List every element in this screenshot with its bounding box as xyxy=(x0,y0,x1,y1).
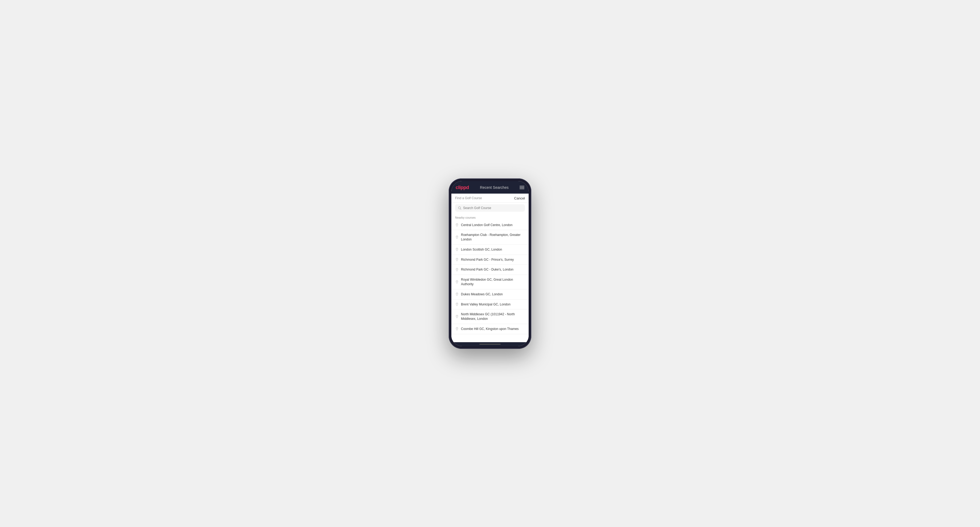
svg-point-6 xyxy=(457,269,457,269)
course-name: Richmond Park GC - Prince's, Surrey xyxy=(461,257,514,262)
app-header: clippd Recent Searches xyxy=(451,181,529,194)
list-item[interactable]: Central London Golf Centre, London xyxy=(451,220,529,230)
nearby-section: Nearby courses Central London Golf Centr… xyxy=(451,214,529,342)
svg-line-1 xyxy=(460,208,461,209)
svg-point-0 xyxy=(458,206,460,209)
location-pin-icon xyxy=(455,258,459,262)
search-bar-container xyxy=(451,203,529,214)
home-bar xyxy=(479,344,501,344)
find-label: Find a Golf Course xyxy=(455,196,482,200)
search-input[interactable] xyxy=(463,206,522,210)
location-pin-icon xyxy=(455,292,459,296)
course-name: Roehampton Club - Roehampton, Greater Lo… xyxy=(461,233,525,242)
list-item[interactable]: Royal Wimbledon GC, Great London Authori… xyxy=(451,275,529,289)
location-pin-icon xyxy=(455,235,459,239)
svg-point-3 xyxy=(457,237,457,237)
list-item[interactable]: London Scottish GC, London xyxy=(451,245,529,255)
location-pin-icon xyxy=(455,248,459,251)
course-name: Brent Valley Municipal GC, London xyxy=(461,302,511,307)
search-icon xyxy=(458,206,461,210)
course-name: North Middlesex GC (1011942 - North Midd… xyxy=(461,312,525,321)
find-header: Find a Golf Course Cancel xyxy=(451,194,529,203)
location-pin-icon xyxy=(455,327,459,331)
svg-point-2 xyxy=(457,224,457,224)
svg-point-10 xyxy=(457,316,457,316)
course-name: Royal Wimbledon GC, Great London Authori… xyxy=(461,278,525,287)
course-list: Central London Golf Centre, LondonRoeham… xyxy=(451,220,529,334)
location-pin-icon xyxy=(455,268,459,271)
svg-point-8 xyxy=(457,294,457,294)
svg-point-7 xyxy=(457,281,457,282)
svg-point-11 xyxy=(457,328,457,329)
list-item[interactable]: Dukes Meadows GC, London xyxy=(451,289,529,300)
location-pin-icon xyxy=(455,223,459,227)
list-item[interactable]: Brent Valley Municipal GC, London xyxy=(451,300,529,310)
location-pin-icon xyxy=(455,280,459,284)
phone-device: clippd Recent Searches Find a Golf Cours… xyxy=(449,178,531,349)
list-item[interactable]: Roehampton Club - Roehampton, Greater Lo… xyxy=(451,230,529,245)
nearby-label: Nearby courses xyxy=(451,214,529,220)
course-name: Coombe Hill GC, Kingston upon Thames xyxy=(461,327,519,331)
cancel-button[interactable]: Cancel xyxy=(514,196,525,200)
app-logo: clippd xyxy=(456,185,469,190)
location-pin-icon xyxy=(455,303,459,306)
svg-point-9 xyxy=(457,303,457,304)
svg-point-5 xyxy=(457,259,457,259)
hamburger-icon[interactable] xyxy=(520,186,524,189)
course-name: Richmond Park GC - Duke's, London xyxy=(461,267,514,272)
svg-point-4 xyxy=(457,249,457,249)
list-item[interactable]: Richmond Park GC - Duke's, London xyxy=(451,265,529,275)
list-item[interactable]: Richmond Park GC - Prince's, Surrey xyxy=(451,255,529,265)
list-item[interactable]: Coombe Hill GC, Kingston upon Thames xyxy=(451,324,529,334)
phone-screen: clippd Recent Searches Find a Golf Cours… xyxy=(451,181,529,346)
course-name: Dukes Meadows GC, London xyxy=(461,292,503,297)
header-title: Recent Searches xyxy=(480,185,508,190)
home-indicator xyxy=(451,342,529,346)
course-name: Central London Golf Centre, London xyxy=(461,223,512,227)
list-item[interactable]: North Middlesex GC (1011942 - North Midd… xyxy=(451,310,529,324)
location-pin-icon xyxy=(455,315,459,319)
search-bar[interactable] xyxy=(455,204,525,212)
course-name: London Scottish GC, London xyxy=(461,248,502,252)
